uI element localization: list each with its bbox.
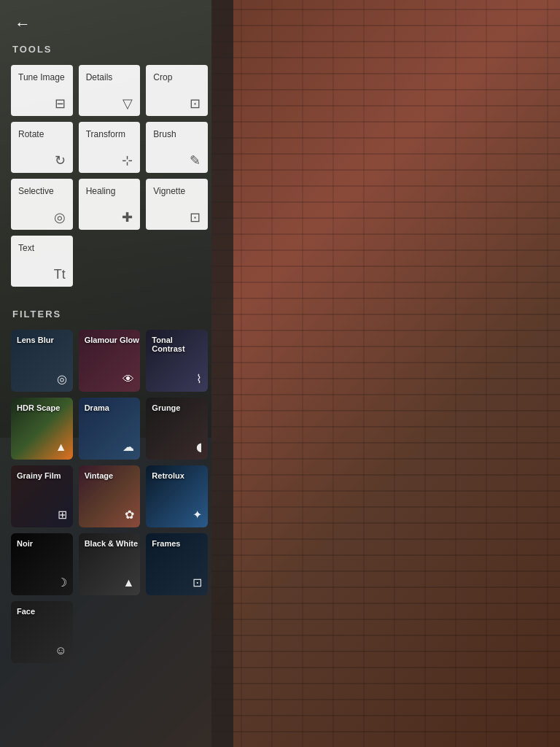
crop-icon: ⊡ (190, 96, 201, 112)
tool-rotate[interactable]: Rotate ↻ (11, 122, 73, 173)
brush-icon: ✎ (190, 152, 201, 169)
tools-section-title: TOOLS (12, 44, 208, 55)
tonal-contrast-icon: ⌇ (196, 372, 202, 386)
black-white-icon: ▲ (122, 576, 134, 589)
selective-icon: ◎ (54, 209, 66, 225)
filter-hdr-scape[interactable]: HDR Scape ▲ (11, 398, 73, 460)
retrolux-icon: ✦ (192, 508, 202, 522)
filter-noir[interactable]: Noir ☽ (11, 533, 73, 595)
tool-crop[interactable]: Crop ⊡ (146, 65, 208, 116)
filters-section-title: FILTERS (12, 309, 208, 320)
tool-text[interactable]: Text Tt (11, 236, 73, 287)
tool-tune-image[interactable]: Tune Image ⊟ (11, 65, 73, 116)
tune-image-icon: ⊟ (55, 96, 66, 112)
filters-grid: Lens Blur ◎ Glamour Glow 👁 Tonal Contras… (11, 330, 208, 663)
healing-icon: ✚ (122, 209, 133, 225)
tool-selective[interactable]: Selective ◎ (11, 179, 73, 230)
filter-face[interactable]: Face ☺ (11, 601, 73, 663)
details-icon: ▽ (122, 96, 133, 112)
back-icon: ← (15, 15, 31, 33)
transform-icon: ⊹ (122, 152, 133, 169)
tool-brush[interactable]: Brush ✎ (146, 122, 208, 173)
tool-transform[interactable]: Transform ⊹ (79, 122, 141, 173)
text-icon: Tt (54, 267, 66, 282)
grunge-icon: ◖ (196, 440, 202, 454)
face-icon: ☺ (55, 644, 66, 657)
tools-panel: TOOLS Tune Image ⊟ Details ▽ Crop ⊡ Rota… (0, 0, 219, 747)
filter-glamour-glow[interactable]: Glamour Glow 👁 (79, 330, 141, 392)
filter-black-white[interactable]: Black & White ▲ (79, 533, 141, 595)
tool-details[interactable]: Details ▽ (79, 65, 141, 116)
lens-blur-icon: ◎ (57, 372, 67, 386)
filters-section: FILTERS Lens Blur ◎ Glamour Glow 👁 Tonal… (11, 309, 208, 663)
vintage-icon: ✿ (125, 508, 134, 522)
tools-grid: Tune Image ⊟ Details ▽ Crop ⊡ Rotate ↻ T… (11, 65, 208, 287)
filter-vintage[interactable]: Vintage ✿ (79, 465, 141, 527)
back-button[interactable]: ← (15, 15, 31, 34)
filter-grunge[interactable]: Grunge ◖ (146, 398, 208, 460)
tool-healing[interactable]: Healing ✚ (79, 179, 141, 230)
filter-retrolux[interactable]: Retrolux ✦ (146, 465, 208, 527)
filter-tonal-contrast[interactable]: Tonal Contrast ⌇ (146, 330, 208, 392)
rotate-icon: ↻ (55, 152, 66, 169)
filter-frames[interactable]: Frames ⊡ (146, 533, 208, 595)
drama-icon: ☁ (122, 440, 134, 454)
filter-drama[interactable]: Drama ☁ (79, 398, 141, 460)
frames-icon: ⊡ (192, 576, 202, 589)
noir-icon: ☽ (57, 576, 67, 589)
grainy-film-icon: ⊞ (58, 508, 67, 522)
filter-lens-blur[interactable]: Lens Blur ◎ (11, 330, 73, 392)
glamour-glow-icon: 👁 (122, 373, 134, 386)
filter-grainy-film[interactable]: Grainy Film ⊞ (11, 465, 73, 527)
tool-vignette[interactable]: Vignette ⊡ (146, 179, 208, 230)
vignette-icon: ⊡ (190, 209, 201, 225)
hdr-scape-icon: ▲ (55, 441, 67, 454)
